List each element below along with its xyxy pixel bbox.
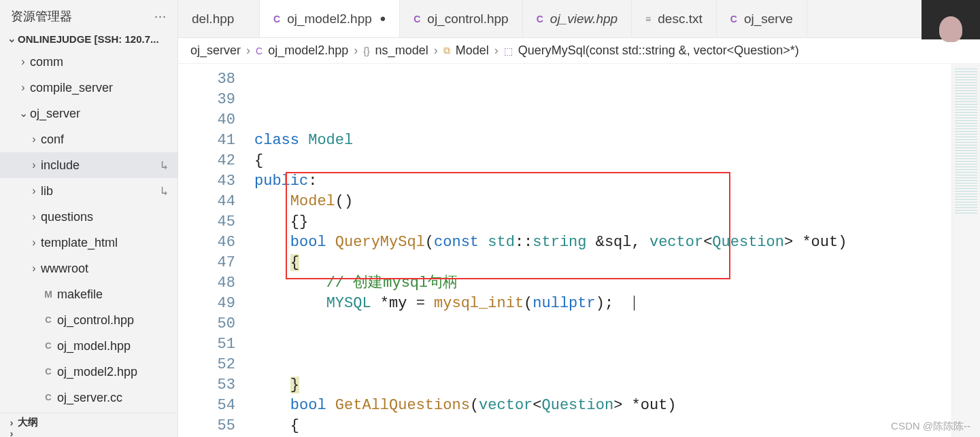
chevron-icon: › (16, 78, 30, 97)
project-root[interactable]: ⌄ ONLINEJUDGE [SSH: 120.7... (0, 29, 178, 49)
folder-item[interactable]: ›template_html (0, 230, 178, 256)
tab-label: oj_view.hpp (550, 12, 618, 27)
chevron-right-icon: › (5, 417, 18, 428)
code-area[interactable]: class Model{public: Model() {} bool Quer… (254, 64, 980, 437)
code-line[interactable]: {} (254, 212, 980, 232)
code-line[interactable]: MYSQL *my = mysql_init(nullptr); (254, 294, 980, 314)
line-number: 53 (178, 375, 235, 396)
more-icon[interactable]: ··· (154, 10, 167, 24)
folder-item[interactable]: ›wwwroot (0, 256, 178, 281)
folder-label: compile_server (30, 78, 175, 97)
file-item[interactable]: Coj_model2.hpp (0, 359, 178, 385)
code-line[interactable]: // 创建mysql句柄 (254, 273, 980, 294)
breadcrumb[interactable]: oj_server › C oj_model2.hpp › {} ns_mode… (178, 38, 980, 64)
code-line[interactable] (254, 314, 980, 334)
folder-item[interactable]: ›comm (0, 49, 178, 75)
code-line[interactable]: } (254, 375, 980, 396)
line-number: 39 (178, 90, 235, 110)
line-number: 55 (178, 416, 235, 436)
code-line[interactable]: { (254, 151, 980, 171)
chevron-down-icon: ⌄ (5, 33, 18, 45)
code-line[interactable]: Model() (254, 192, 980, 212)
chevron-icon: › (27, 181, 41, 200)
chevron-icon: › (27, 130, 41, 149)
breadcrumb-item[interactable]: oj_model2.hpp (268, 43, 348, 58)
file-label: oj_server.cc (57, 388, 175, 407)
cpp-file-icon: C (273, 14, 280, 24)
breadcrumb-item[interactable]: ns_model (375, 43, 428, 58)
folder-item[interactable]: ›questions (0, 204, 178, 230)
tab[interactable]: del.hpp (178, 0, 260, 37)
folder-label: template_html (41, 233, 175, 252)
watermark: CSDN @陈陈陈-- (891, 420, 970, 433)
code-line[interactable]: bool GetAllQuestions(vector<Question> *o… (254, 396, 980, 416)
tab-label: del.hpp (192, 12, 234, 27)
breadcrumb-item[interactable]: oj_server (190, 43, 241, 58)
code-line[interactable]: public: (254, 171, 980, 192)
folder-item[interactable]: ›include↳ (0, 152, 178, 178)
line-number: 48 (178, 273, 235, 294)
tab-bar: del.hppCoj_model2.hpp•Coj_control.hppCoj… (178, 0, 980, 38)
file-item[interactable]: Coj_model.hpp (0, 333, 178, 359)
text-file-icon: ≡ (645, 14, 651, 24)
code-line[interactable] (254, 334, 980, 355)
line-number: 44 (178, 192, 235, 212)
line-number: 52 (178, 355, 235, 375)
link-badge: ↳ (160, 181, 175, 200)
tab[interactable]: Coj_model2.hpp• (260, 0, 400, 37)
folder-item[interactable]: ›conf (0, 126, 178, 152)
line-number: 47 (178, 253, 235, 273)
line-number: 38 (178, 69, 235, 90)
chevron-right-icon: › (5, 432, 18, 437)
makefile-icon: M (41, 285, 56, 304)
chevron-right-icon: › (354, 43, 358, 58)
cpp-file-icon: C (41, 388, 56, 407)
chevron-right-icon: › (494, 43, 499, 58)
file-item[interactable]: Coj_server.cc (0, 385, 178, 410)
editor[interactable]: 383940414243444546474849505152535455 cla… (178, 64, 980, 437)
chevron-icon: › (27, 233, 41, 252)
chevron-right-icon: › (246, 43, 250, 58)
tab[interactable]: Coj_view.hpp (523, 0, 632, 37)
line-number: 46 (178, 232, 235, 253)
cpp-file-icon: C (41, 336, 56, 355)
code-line[interactable]: bool QueryMySql(const std::string &sql, … (254, 232, 980, 253)
code-line[interactable]: class Model (254, 130, 980, 151)
folder-item[interactable]: ›compile_server (0, 75, 178, 101)
breadcrumb-item[interactable]: Model (456, 43, 489, 58)
line-number: 54 (178, 396, 235, 416)
tab-label: oj_control.hpp (427, 12, 508, 27)
chevron-icon: › (27, 259, 41, 278)
outline-label: 大纲 (18, 416, 38, 429)
sidebar-header: 资源管理器 ··· (0, 0, 178, 29)
tab-label: desc.txt (658, 12, 702, 27)
minimap[interactable] (951, 64, 980, 437)
code-line[interactable]: { (254, 416, 980, 436)
tab[interactable]: Coj_serve (717, 0, 807, 37)
namespace-icon: {} (363, 46, 369, 56)
folder-item[interactable]: ⌄oj_server (0, 101, 178, 126)
file-item[interactable]: Coj_control.hpp (0, 307, 178, 333)
line-number: 42 (178, 151, 235, 171)
folder-label: comm (30, 52, 175, 71)
main: del.hppCoj_model2.hpp•Coj_control.hppCoj… (178, 0, 980, 437)
folder-item[interactable]: ›lib↳ (0, 178, 178, 204)
cpp-file-icon: C (41, 311, 56, 330)
tab-label: oj_serve (744, 12, 793, 27)
cpp-file-icon: C (256, 46, 263, 56)
folder-label: include (41, 156, 160, 175)
breadcrumb-item[interactable]: QueryMySql(const std::string &, vector<Q… (518, 43, 799, 58)
tab-label: oj_model2.hpp (287, 12, 372, 27)
outline-section[interactable]: › 大纲 (0, 413, 178, 432)
line-number: 41 (178, 130, 235, 151)
app-root: 资源管理器 ··· ⌄ ONLINEJUDGE [SSH: 120.7... ›… (0, 0, 980, 437)
file-label: oj_model2.hpp (57, 362, 175, 381)
code-line[interactable] (254, 355, 980, 375)
timeline-section[interactable]: › (0, 432, 178, 437)
sidebar: 资源管理器 ··· ⌄ ONLINEJUDGE [SSH: 120.7... ›… (0, 0, 178, 437)
line-number: 40 (178, 110, 235, 130)
code-line[interactable]: { (254, 253, 980, 273)
file-item[interactable]: Mmakefile (0, 281, 178, 307)
tab[interactable]: ≡desc.txt (632, 0, 717, 37)
tab[interactable]: Coj_control.hpp (400, 0, 523, 37)
